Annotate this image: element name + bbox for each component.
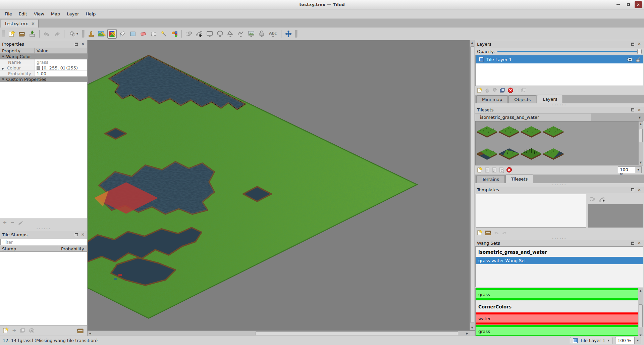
dock-splitter[interactable]: •••••• <box>475 103 644 107</box>
close-panel-icon[interactable]: ✕ <box>637 241 642 245</box>
map-vertical-scrollbar[interactable]: ▲ ▼ <box>470 40 475 330</box>
horizontal-scroll-thumb[interactable] <box>256 331 458 335</box>
rename-template-button[interactable] <box>590 197 596 202</box>
edit-tileset-button[interactable] <box>499 167 504 173</box>
menu-view[interactable]: View <box>31 10 48 18</box>
menu-file[interactable]: File <box>1 10 15 18</box>
close-panel-icon[interactable]: ✕ <box>80 42 85 46</box>
maximize-button[interactable] <box>625 1 632 8</box>
redo-button[interactable] <box>52 29 62 39</box>
float-panel-icon[interactable] <box>630 108 635 112</box>
magic-wand-button[interactable] <box>159 29 169 39</box>
dock-splitter[interactable]: •••••• <box>0 227 87 231</box>
wang-color-group-row[interactable]: ▼ Wang Color <box>0 54 87 59</box>
select-objects-button[interactable] <box>184 29 194 39</box>
insert-text-button[interactable]: Abc <box>267 29 279 39</box>
opacity-slider-handle[interactable] <box>637 49 642 54</box>
opacity-slider[interactable] <box>497 51 641 52</box>
new-tileset-button[interactable] <box>477 167 483 173</box>
tile-grass-2[interactable] <box>498 122 521 144</box>
scroll-right-icon[interactable]: ▶ <box>465 331 470 336</box>
terrain-brush-button[interactable] <box>97 29 106 39</box>
custom-properties-group-row[interactable]: ▼ Custom Properties <box>0 77 87 82</box>
vertical-scroll-thumb[interactable] <box>470 46 474 323</box>
commands-button[interactable]: ▼ <box>67 29 80 39</box>
same-tile-select-button[interactable] <box>170 29 179 39</box>
layer-row-tile-layer-1[interactable]: Tile Layer 1 <box>476 55 643 63</box>
toolbar-drag-handle[interactable] <box>2 30 5 38</box>
menu-map[interactable]: Map <box>48 10 63 18</box>
current-layer-combo[interactable]: Tile Layer 1 ▼ <box>570 337 612 344</box>
insert-polygon-button[interactable] <box>226 29 235 39</box>
tile-tall-grass[interactable] <box>521 144 543 165</box>
eraser-button[interactable] <box>139 29 148 39</box>
tile-shore-2[interactable] <box>498 144 521 165</box>
tile-grass-4[interactable] <box>543 122 565 144</box>
open-template-folder-button[interactable] <box>485 230 491 236</box>
status-zoom-field[interactable]: 100 % <box>615 337 635 344</box>
wang-color-row-grass-edge[interactable]: grass <box>476 288 638 300</box>
insert-polyline-button[interactable] <box>236 29 246 39</box>
close-panel-icon[interactable]: ✕ <box>637 108 642 112</box>
property-row-name[interactable]: Name grass <box>0 59 87 65</box>
map-horizontal-scrollbar[interactable]: ◀ ▶ <box>88 331 470 336</box>
export-tileset-button[interactable] <box>492 167 497 173</box>
tile-grass-3[interactable] <box>521 122 543 144</box>
tab-tilesets[interactable]: Tilesets <box>505 175 533 183</box>
undo-button[interactable] <box>42 29 51 39</box>
edit-polygons-button[interactable] <box>195 29 204 39</box>
undo-template-button[interactable] <box>493 230 499 235</box>
document-tab-close-icon[interactable]: ✕ <box>31 21 35 26</box>
dock-splitter[interactable]: •••••• <box>475 183 644 187</box>
lower-layer-button[interactable] <box>492 88 497 93</box>
toolbar-drag-handle[interactable] <box>82 30 85 38</box>
add-stamp-button[interactable]: + <box>12 328 16 333</box>
insert-tile-button[interactable] <box>247 29 256 39</box>
tileset-scrollbar[interactable]: ▲ ▼ <box>638 121 643 165</box>
open-file-button[interactable] <box>17 29 26 39</box>
minimize-button[interactable] <box>614 1 622 8</box>
stamp-brush-button[interactable] <box>87 29 96 39</box>
tileset-zoom-value[interactable]: 100 % <box>618 166 635 173</box>
raise-layer-button[interactable] <box>485 88 490 93</box>
scroll-left-icon[interactable]: ◀ <box>88 331 93 336</box>
close-panel-icon[interactable]: ✕ <box>80 233 85 237</box>
duplicate-stamp-button[interactable] <box>20 328 25 333</box>
menu-edit[interactable]: Edit <box>15 10 31 18</box>
toolbar-drag-handle[interactable] <box>295 30 298 38</box>
scroll-up-icon[interactable]: ▲ <box>638 121 643 127</box>
menu-help[interactable]: Help <box>83 10 99 18</box>
tileset-tab[interactable]: isometric_grass_and_water <box>475 113 591 121</box>
float-panel-icon[interactable] <box>630 241 635 245</box>
insert-ellipse-button[interactable] <box>215 29 225 39</box>
tile-shore-3[interactable] <box>543 144 565 165</box>
map-canvas[interactable] <box>88 40 470 330</box>
new-layer-button[interactable] <box>477 87 483 94</box>
float-panel-icon[interactable] <box>630 42 635 46</box>
tileset-tiles[interactable] <box>476 122 565 165</box>
embed-tileset-button[interactable] <box>485 167 490 173</box>
remove-property-button[interactable]: − <box>10 220 15 225</box>
highlight-layer-button[interactable] <box>521 88 527 93</box>
new-stamp-button[interactable] <box>3 327 9 334</box>
new-template-button[interactable] <box>477 230 483 236</box>
close-button[interactable]: × <box>635 1 642 8</box>
tab-layers[interactable]: Layers <box>537 95 563 103</box>
tab-terrains[interactable]: Terrains <box>476 175 505 183</box>
scroll-down-icon[interactable]: ▼ <box>638 160 643 165</box>
property-row-colour[interactable]: ▶Colour [0, 255, 0] (255) <box>0 65 87 71</box>
scroll-up-icon[interactable]: ▲ <box>638 288 643 293</box>
tileset-zoom-combo[interactable]: 100 % ▼ <box>618 166 642 173</box>
close-panel-icon[interactable]: ✕ <box>637 42 642 46</box>
rect-select-button[interactable] <box>149 29 158 39</box>
pan-tool-button[interactable] <box>284 29 293 39</box>
save-button[interactable] <box>28 29 37 39</box>
stamp-filter-input[interactable] <box>0 239 87 245</box>
tileset-scroll-thumb[interactable] <box>639 129 643 142</box>
insert-rectangle-button[interactable] <box>205 29 214 39</box>
status-zoom-dropdown-icon[interactable]: ▼ <box>635 337 641 344</box>
float-panel-icon[interactable] <box>630 188 635 192</box>
float-panel-icon[interactable] <box>74 233 78 237</box>
redo-template-button[interactable] <box>501 230 507 235</box>
templates-list[interactable] <box>476 194 586 228</box>
